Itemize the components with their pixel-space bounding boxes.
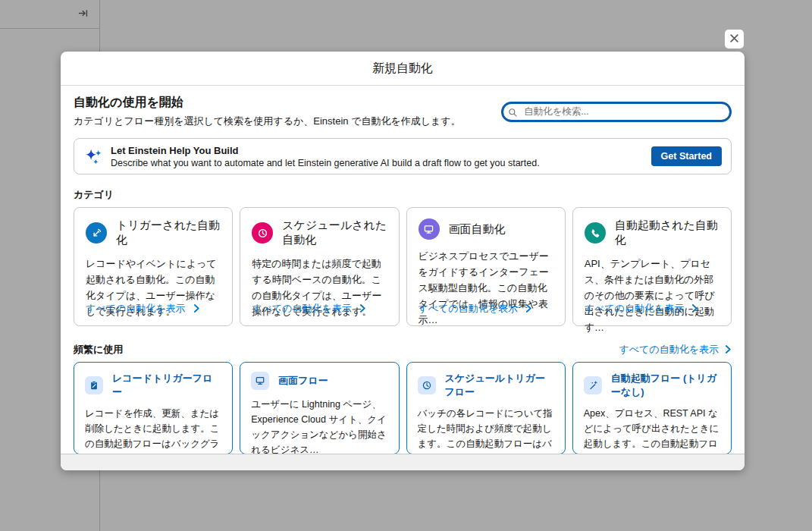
get-started-button[interactable]: Get Started <box>651 146 722 166</box>
magic-wand-icon <box>584 376 602 394</box>
chevron-right-icon <box>359 303 366 315</box>
search-icon <box>508 107 518 121</box>
tile-title: レコードトリガーフロー <box>112 372 221 399</box>
clipboard-pencil-icon <box>85 376 103 394</box>
category-card-title: トリガーされた自動化 <box>116 218 221 247</box>
tile-title: 自動起動フロー (トリガーなし) <box>611 372 720 399</box>
background-toolbar-divider <box>0 28 99 29</box>
view-all-label: すべての自動化を表示 <box>252 302 352 316</box>
tile-record-triggered-flow[interactable]: レコードトリガーフロー レコードを作成、更新、または削除したときに起動します。こ… <box>74 362 233 454</box>
search-wrap <box>501 102 732 122</box>
card-head: スケジュールトリガーフロー <box>418 372 554 399</box>
view-all-automations-link-frequent[interactable]: すべての自動化を表示 <box>619 343 732 357</box>
arrow-to-bar-icon <box>77 8 89 22</box>
view-all-label: すべての自動化を表示 <box>585 302 685 316</box>
view-all-automations-link[interactable]: すべての自動化を表示 <box>419 302 533 316</box>
modal-footer <box>61 454 745 470</box>
view-all-label: すべての自動化を表示 <box>86 302 186 316</box>
intro-row: 自動化の使用を開始 カテゴリとフロー種別を選択して検索を使用するか、Einste… <box>74 95 732 128</box>
intro-subtitle: カテゴリとフロー種別を選択して検索を使用するか、Einstein で自動化を作成… <box>74 115 461 128</box>
tile-screen-flow[interactable]: 画面フロー ユーザーに Lightning ページ、Experience Clo… <box>240 362 399 454</box>
intro-text: 自動化の使用を開始 カテゴリとフロー種別を選択して検索を使用するか、Einste… <box>74 95 461 128</box>
collapse-panel-button[interactable] <box>76 8 89 21</box>
clock-icon <box>418 376 436 394</box>
tile-title: スケジュールトリガーフロー <box>445 372 554 399</box>
card-head: 画面フロー <box>251 372 387 390</box>
view-all-automations-link[interactable]: すべての自動化を表示 <box>86 302 200 316</box>
tile-title: 画面フロー <box>278 374 328 388</box>
chevron-right-icon <box>725 344 732 356</box>
modal-body: 自動化の使用を開始 カテゴリとフロー種別を選択して検索を使用するか、Einste… <box>61 86 745 454</box>
phone-icon <box>585 222 606 244</box>
chevron-right-icon <box>525 303 532 315</box>
monitor-icon <box>251 372 269 390</box>
tile-schedule-triggered-flow[interactable]: スケジュールトリガーフロー バッチの各レコードについて指定した時間および頻度で起… <box>406 362 566 454</box>
einstein-description: Describe what you want to automate and l… <box>111 158 651 168</box>
close-icon <box>729 33 739 46</box>
category-card-title: 自動起動された自動化 <box>615 218 720 247</box>
close-modal-button[interactable] <box>725 30 744 49</box>
new-automation-modal: 新規自動化 自動化の使用を開始 カテゴリとフロー種別を選択して検索を使用するか、… <box>61 52 745 470</box>
view-all-automations-link[interactable]: すべての自動化を表示 <box>585 302 699 316</box>
broadcast-icon <box>86 222 107 244</box>
tile-description: Apex、プロセス、REST API などによって呼び出されたときに起動します。… <box>584 406 720 454</box>
frequent-heading: 頻繁に使用 <box>74 343 123 357</box>
clock-icon <box>252 222 273 244</box>
card-head: トリガーされた自動化 <box>86 218 221 247</box>
category-card-title: スケジュールされた自動化 <box>282 218 387 247</box>
card-head: 画面自動化 <box>419 218 553 240</box>
category-card-triggered: トリガーされた自動化 レコードやイベントによって起動される自動化。この自動化タイ… <box>74 207 233 326</box>
tile-description: レコードを作成、更新、または削除したときに起動します。この自動起動フローはバック… <box>85 406 221 454</box>
category-card-row: トリガーされた自動化 レコードやイベントによって起動される自動化。この自動化タイ… <box>74 207 732 326</box>
category-card-screen: 画面自動化 ビジネスプロセスでユーザーをガイドするインターフェース駆動型自動化。… <box>406 207 566 326</box>
categories-heading: カテゴリ <box>74 188 732 202</box>
category-card-autolaunched: 自動起動された自動化 API、テンプレート、プロセス、条件または自動化の外部のそ… <box>572 207 732 326</box>
card-head: スケジュールされた自動化 <box>252 218 387 247</box>
category-card-scheduled: スケジュールされた自動化 特定の時間または頻度で起動する時間ベースの自動化。この… <box>240 207 399 326</box>
category-card-description: API、テンプレート、プロセス、条件または自動化の外部のその他の要素によって呼び… <box>585 256 720 335</box>
frequent-header: 頻繁に使用 すべての自動化を表示 <box>74 343 732 357</box>
category-card-description: ビジネスプロセスでユーザーをガイドするインターフェース駆動型自動化。この自動化タ… <box>419 248 553 328</box>
einstein-sparkles-icon <box>83 146 105 167</box>
category-card-title: 画面自動化 <box>449 222 506 237</box>
chevron-right-icon <box>691 303 698 315</box>
einstein-banner: Let Einstein Help You Build Describe wha… <box>74 138 732 174</box>
modal-header: 新規自動化 <box>61 52 745 86</box>
einstein-text: Let Einstein Help You Build Describe wha… <box>111 145 651 168</box>
card-head: 自動起動された自動化 <box>585 218 720 247</box>
tile-autolaunched-flow[interactable]: 自動起動フロー (トリガーなし) Apex、プロセス、REST API などによ… <box>572 362 732 454</box>
intro-heading: 自動化の使用を開始 <box>74 95 461 111</box>
modal-title: 新規自動化 <box>372 61 433 77</box>
frequent-card-row: レコードトリガーフロー レコードを作成、更新、または削除したときに起動します。こ… <box>74 362 732 454</box>
chevron-right-icon <box>193 303 200 315</box>
monitor-icon <box>419 218 440 240</box>
search-input[interactable] <box>501 102 732 122</box>
tile-description: バッチの各レコードについて指定した時間および頻度で起動します。この自動起動フロー… <box>418 406 554 454</box>
card-head: レコードトリガーフロー <box>85 372 221 399</box>
view-all-label: すべての自動化を表示 <box>419 302 519 316</box>
view-all-label: すべての自動化を表示 <box>619 343 719 357</box>
card-head: 自動起動フロー (トリガーなし) <box>584 372 720 399</box>
view-all-automations-link[interactable]: すべての自動化を表示 <box>252 302 366 316</box>
tile-description: ユーザーに Lightning ページ、Experience Cloud サイト… <box>251 397 387 454</box>
einstein-title: Let Einstein Help You Build <box>111 145 651 156</box>
